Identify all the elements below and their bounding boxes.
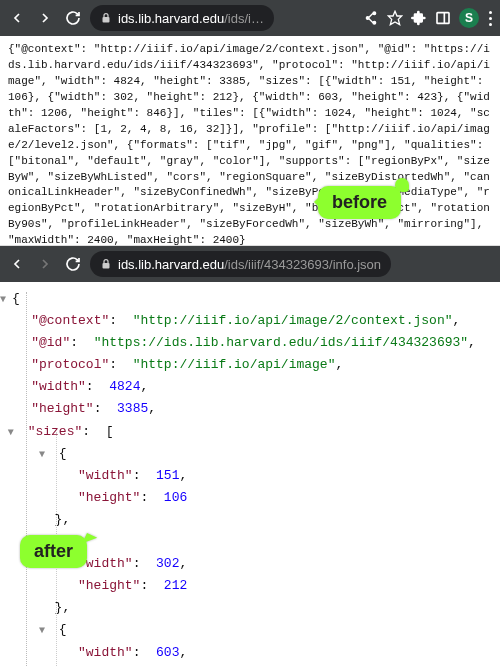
forward-button[interactable] xyxy=(34,7,56,29)
back-button[interactable] xyxy=(6,253,28,275)
top-browser-bar: ids.lib.harvard.edu/ids/i… S xyxy=(0,0,500,36)
svg-marker-4 xyxy=(388,11,401,24)
svg-rect-7 xyxy=(103,263,110,269)
refresh-button[interactable] xyxy=(62,253,84,275)
url-bar[interactable]: ids.lib.harvard.edu/ids/i… xyxy=(90,5,274,31)
star-icon[interactable] xyxy=(387,10,403,26)
forward-button xyxy=(34,253,56,275)
menu-button[interactable] xyxy=(487,9,494,28)
svg-point-2 xyxy=(373,21,376,24)
url-bar[interactable]: ids.lib.harvard.edu/ids/iiif/434323693/i… xyxy=(90,251,391,277)
extension-icon[interactable] xyxy=(411,10,427,26)
url-text: ids.lib.harvard.edu/ids/iiif/434323693/i… xyxy=(118,257,381,272)
lock-icon xyxy=(100,12,112,24)
bottom-browser-bar: ids.lib.harvard.edu/ids/iiif/434323693/i… xyxy=(0,246,500,282)
url-text: ids.lib.harvard.edu/ids/i… xyxy=(118,11,264,26)
share-icon[interactable] xyxy=(363,10,379,26)
after-label: after xyxy=(20,535,87,568)
panel-icon[interactable] xyxy=(435,10,451,26)
back-button[interactable] xyxy=(6,7,28,29)
svg-point-3 xyxy=(366,17,369,20)
raw-json-view: {"@context": "http://iiif.io/api/image/2… xyxy=(0,36,500,246)
svg-rect-5 xyxy=(437,13,449,24)
svg-point-1 xyxy=(373,12,376,15)
refresh-button[interactable] xyxy=(62,7,84,29)
profile-avatar[interactable]: S xyxy=(459,8,479,28)
lock-icon xyxy=(100,258,112,270)
formatted-json-view: ▼ { "@context": "http://iiif.io/api/imag… xyxy=(0,282,500,667)
before-label: before xyxy=(318,186,401,219)
svg-rect-0 xyxy=(103,17,110,23)
